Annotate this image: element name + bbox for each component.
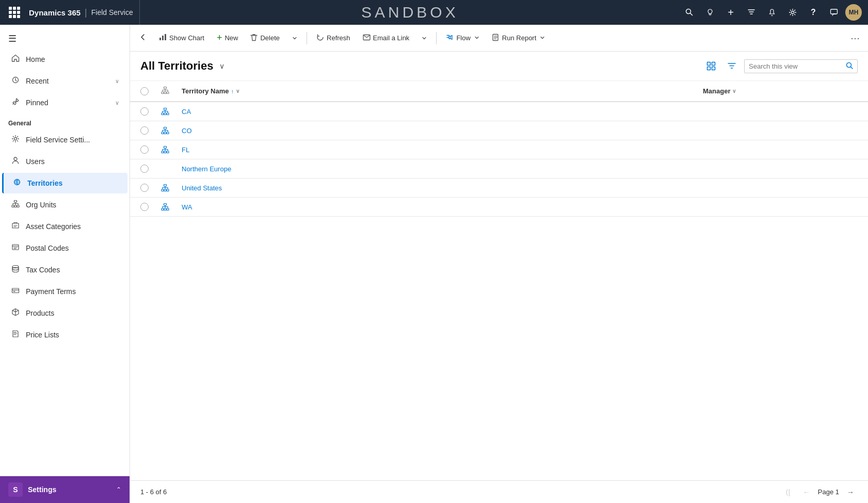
- more-button[interactable]: ⋯: [846, 29, 864, 47]
- row-select-circle[interactable]: [140, 145, 149, 154]
- prev-page-button[interactable]: ←: [799, 485, 814, 499]
- svg-rect-45: [162, 189, 164, 191]
- sidebar-item-asset-categories[interactable]: Asset Categories: [2, 216, 127, 237]
- sort-dropdown-icon[interactable]: ∨: [236, 88, 239, 94]
- row-checkbox[interactable]: [140, 165, 161, 173]
- email-icon: [363, 34, 371, 42]
- next-page-button[interactable]: →: [843, 485, 858, 499]
- show-chart-label: Show Chart: [169, 34, 204, 42]
- view-selector-button[interactable]: [703, 58, 719, 74]
- row-territory-name[interactable]: United States: [182, 184, 703, 192]
- svg-rect-3: [831, 9, 838, 14]
- row-select-circle[interactable]: [140, 126, 149, 135]
- row-territory-name[interactable]: Northern Europe: [182, 165, 703, 173]
- select-all-circle[interactable]: [140, 87, 149, 95]
- sidebar-item-price-lists[interactable]: Price Lists: [2, 324, 127, 345]
- home-icon: [10, 54, 21, 64]
- filter-view-button[interactable]: [724, 58, 740, 74]
- search-icon[interactable]: [846, 62, 853, 71]
- sidebar-item-recent[interactable]: Recent ∨: [2, 71, 127, 91]
- svg-rect-48: [164, 204, 167, 206]
- table-row[interactable]: WA: [130, 198, 868, 217]
- sidebar-item-payment-terms[interactable]: Payment Terms: [2, 281, 127, 302]
- hamburger-button[interactable]: ☰: [0, 25, 130, 48]
- show-chart-button[interactable]: Show Chart: [154, 30, 210, 46]
- sidebar-item-label-pinned: Pinned: [26, 99, 49, 107]
- new-icon: +: [217, 33, 222, 43]
- sidebar-item-field-service-settings[interactable]: Field Service Setti...: [2, 129, 127, 150]
- chat-nav-button[interactable]: [825, 3, 843, 22]
- manager-dropdown-icon[interactable]: ∨: [732, 88, 736, 94]
- user-avatar[interactable]: MH: [845, 4, 862, 21]
- back-button[interactable]: [134, 30, 152, 45]
- filter-nav-button[interactable]: [742, 3, 761, 22]
- sidebar-section-general: General: [0, 113, 130, 129]
- row-checkbox[interactable]: [140, 203, 161, 211]
- refresh-button[interactable]: Refresh: [311, 30, 356, 46]
- settings-nav-item[interactable]: S Settings ⌃: [0, 476, 130, 503]
- sidebar-label-payment-terms: Payment Terms: [26, 287, 76, 296]
- row-territory-name[interactable]: CA: [182, 108, 703, 116]
- svg-rect-22: [708, 62, 711, 66]
- flow-button[interactable]: Flow: [441, 30, 484, 46]
- row-checkbox[interactable]: [140, 126, 161, 135]
- back-icon: [139, 34, 147, 42]
- svg-rect-16: [13, 291, 15, 292]
- run-report-button[interactable]: Run Report: [487, 30, 550, 46]
- sidebar-item-home[interactable]: Home: [2, 49, 127, 70]
- email-link-dropdown-button[interactable]: [416, 33, 432, 44]
- row-territory-icon: [161, 203, 182, 211]
- svg-rect-8: [14, 201, 17, 203]
- bell-nav-button[interactable]: [763, 3, 781, 22]
- row-select-circle[interactable]: [140, 165, 149, 173]
- table-row[interactable]: FL: [130, 140, 868, 159]
- table-row[interactable]: CA: [130, 102, 868, 121]
- delete-icon: [250, 34, 258, 43]
- row-territory-name[interactable]: FL: [182, 146, 703, 154]
- table-row[interactable]: Northern Europe: [130, 159, 868, 179]
- plus-nav-button[interactable]: +: [721, 3, 740, 22]
- separator-2: [436, 32, 437, 44]
- search-nav-button[interactable]: [680, 3, 699, 22]
- sidebar-item-products[interactable]: Products: [2, 303, 127, 323]
- svg-rect-31: [167, 92, 169, 94]
- sidebar-item-pinned[interactable]: Pinned ∨: [2, 92, 127, 113]
- grid-icon: [9, 7, 20, 18]
- table-row[interactable]: CO: [130, 121, 868, 140]
- sidebar-item-postal-codes[interactable]: Postal Codes: [2, 238, 127, 258]
- app-name: Field Service: [91, 8, 133, 17]
- app-grid-button[interactable]: [6, 0, 23, 25]
- asset-categories-icon: [10, 221, 21, 232]
- territory-name-header[interactable]: Territory Name ↑ ∨: [182, 87, 703, 95]
- view-title-dropdown[interactable]: ∨: [219, 62, 224, 70]
- row-select-circle[interactable]: [140, 107, 149, 116]
- table-row[interactable]: United States: [130, 179, 868, 198]
- gear-nav-button[interactable]: [783, 3, 802, 22]
- row-checkbox[interactable]: [140, 107, 161, 116]
- row-select-circle[interactable]: [140, 184, 149, 192]
- header-checkbox[interactable]: [140, 87, 161, 95]
- sidebar-item-users[interactable]: Users: [2, 151, 127, 172]
- row-select-circle[interactable]: [140, 203, 149, 211]
- row-territory-name[interactable]: CO: [182, 127, 703, 135]
- first-page-button[interactable]: ⟨|: [781, 485, 795, 499]
- help-nav-button[interactable]: ?: [804, 3, 823, 22]
- row-checkbox[interactable]: [140, 184, 161, 192]
- settings-letter: S: [8, 482, 23, 497]
- manager-header[interactable]: Manager ∨: [703, 87, 858, 95]
- lightbulb-nav-button[interactable]: [701, 3, 719, 22]
- sidebar-item-tax-codes[interactable]: Tax Codes: [2, 259, 127, 280]
- sidebar-label-asset-categories: Asset Categories: [26, 222, 81, 231]
- delete-dropdown-button[interactable]: [287, 33, 302, 44]
- delete-button[interactable]: Delete: [245, 30, 285, 46]
- sidebar-item-label-home: Home: [26, 55, 45, 63]
- search-input[interactable]: [749, 62, 843, 70]
- new-button[interactable]: + New: [212, 29, 244, 46]
- sidebar-item-org-units[interactable]: Org Units: [2, 194, 127, 215]
- page-label: Page 1: [818, 488, 839, 496]
- row-territory-name[interactable]: WA: [182, 203, 703, 211]
- sidebar-item-territories[interactable]: Territories: [2, 173, 127, 193]
- svg-rect-29: [162, 92, 164, 94]
- row-checkbox[interactable]: [140, 145, 161, 154]
- email-link-button[interactable]: Email a Link: [358, 31, 415, 45]
